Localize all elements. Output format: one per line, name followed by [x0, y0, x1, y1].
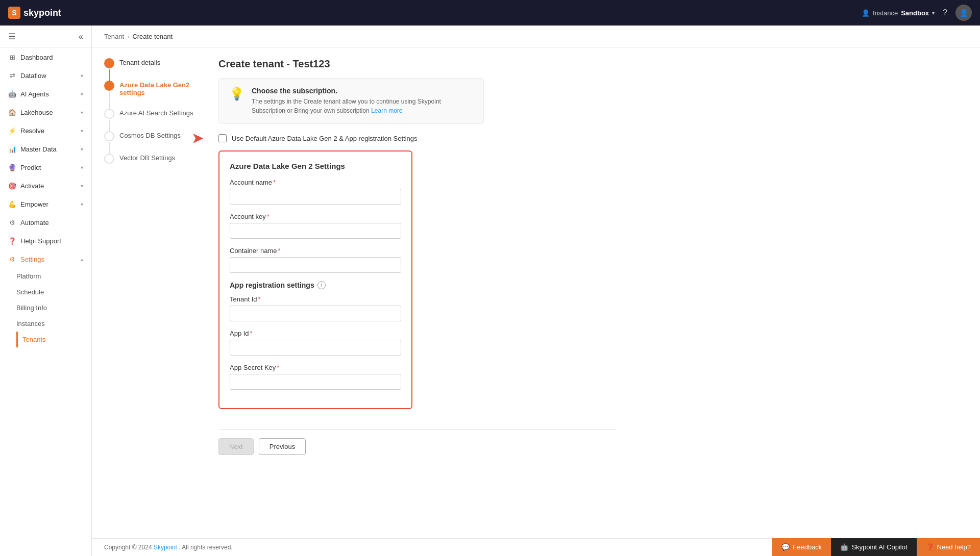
- main-container: ☰ « ⊞ Dashboard ⇄ Dataflow ▾ 🤖 AI Agents…: [0, 26, 980, 556]
- app-secret-input[interactable]: [230, 374, 401, 390]
- sidebar-item-tenants[interactable]: Tenants: [16, 332, 91, 347]
- stepper: Tenant details Azure Data Lake Gen2 sett…: [104, 58, 206, 528]
- sidebar-item-resolve[interactable]: ⚡ Resolve ▾: [0, 121, 91, 140]
- navbar: S skypoint 👤 Instance Sandbox ▾ ? 👤: [0, 0, 980, 26]
- sidebar-item-instances[interactable]: Instances: [16, 316, 91, 332]
- step-cosmos-db: Cosmos DB Settings: [104, 131, 206, 141]
- step-azure-ai-search: Azure AI Search Settings: [104, 109, 206, 119]
- container-name-group: Container name*: [230, 247, 401, 273]
- chevron-icon: ▾: [81, 91, 83, 97]
- breadcrumb-parent[interactable]: Tenant: [104, 33, 124, 40]
- account-key-label: Account key*: [230, 213, 401, 220]
- tenant-id-label: Tenant Id*: [230, 295, 401, 303]
- sidebar-item-dataflow[interactable]: ⇄ Dataflow ▾: [0, 66, 91, 85]
- account-name-group: Account name*: [230, 179, 401, 205]
- arrow-right-icon: ➤: [192, 131, 203, 146]
- sidebar-item-dashboard[interactable]: ⊞ Dashboard: [0, 48, 91, 66]
- app-reg-info-icon[interactable]: i: [317, 281, 326, 289]
- sidebar-item-label: Activate: [20, 182, 44, 190]
- user-avatar[interactable]: 👤: [955, 5, 972, 21]
- sidebar-item-label: Resolve: [20, 127, 44, 135]
- resolve-icon: ⚡: [8, 127, 16, 135]
- sidebar-item-settings[interactable]: ⚙ Settings ▴: [0, 250, 91, 268]
- account-name-label: Account name*: [230, 179, 401, 186]
- info-box-text: Choose the subscription. The settings in…: [252, 87, 473, 115]
- default-settings-checkbox[interactable]: [218, 134, 227, 142]
- next-button[interactable]: Next: [218, 438, 254, 455]
- platform-label: Platform: [16, 272, 41, 280]
- step-label-5: Vector DB Settings: [119, 154, 175, 162]
- sidebar-item-label: Master Data: [20, 145, 57, 153]
- logo-text: skypoint: [23, 8, 61, 18]
- sidebar-item-label: Settings: [20, 256, 44, 263]
- sidebar-item-label: AI Agents: [20, 90, 49, 98]
- chevron-icon: ▾: [81, 201, 83, 207]
- copilot-label: Skypoint AI Copilot: [851, 543, 907, 551]
- step-dot-1: [104, 58, 114, 68]
- info-box-heading: Choose the subscription.: [252, 87, 473, 95]
- sidebar-item-label: Dataflow: [20, 72, 46, 80]
- step-dot-2: [104, 81, 114, 91]
- info-box: 💡 Choose the subscription. The settings …: [218, 78, 484, 124]
- instance-selector[interactable]: 👤 Instance Sandbox ▾: [862, 9, 935, 17]
- sidebar-item-ai-agents[interactable]: 🤖 AI Agents ▾: [0, 85, 91, 103]
- hamburger-icon[interactable]: ☰: [8, 32, 15, 41]
- instance-chevron-icon: ▾: [932, 10, 935, 16]
- sidebar-item-predict[interactable]: 🔮 Predict ▾: [0, 158, 91, 176]
- checkbox-row: ➤ Use Default Azure Data Lake Gen 2 & Ap…: [218, 134, 617, 142]
- container-name-input[interactable]: [230, 257, 401, 273]
- logo-icon: S: [8, 7, 20, 19]
- sidebar-item-schedule[interactable]: Schedule: [16, 284, 91, 300]
- help-icon[interactable]: ?: [943, 8, 947, 17]
- dataflow-icon: ⇄: [8, 71, 16, 80]
- sidebar-controls: ☰ «: [0, 26, 91, 48]
- sidebar-item-label: Predict: [20, 164, 41, 171]
- step-dot-4: [104, 131, 114, 141]
- account-key-input[interactable]: [230, 223, 401, 239]
- ai-agents-icon: 🤖: [8, 90, 16, 98]
- sidebar-item-automate[interactable]: ⚙ Automate: [0, 213, 91, 232]
- account-key-group: Account key*: [230, 213, 401, 239]
- sidebar-item-billing-info[interactable]: Billing Info: [16, 300, 91, 316]
- content-area: Tenant › Create tenant Tenant details Az…: [92, 26, 980, 556]
- sidebar-item-lakehouse[interactable]: 🏠 Lakehouse ▾: [0, 103, 91, 121]
- collapse-icon[interactable]: «: [79, 32, 83, 41]
- empower-icon: 💪: [8, 200, 16, 208]
- sidebar-item-master-data[interactable]: 📊 Master Data ▾: [0, 140, 91, 158]
- sidebar-item-platform[interactable]: Platform: [16, 268, 91, 284]
- sidebar-item-empower[interactable]: 💪 Empower ▾: [0, 195, 91, 213]
- arrow-indicator: ➤: [192, 131, 203, 146]
- sidebar-item-label: Automate: [20, 219, 49, 226]
- account-name-input[interactable]: [230, 189, 401, 205]
- instance-name: Sandbox: [901, 9, 929, 17]
- feedback-button[interactable]: 💬 Feedback: [772, 538, 831, 556]
- step-dot-5: [104, 154, 114, 164]
- feedback-label: Feedback: [793, 543, 822, 551]
- breadcrumb-current: Create tenant: [132, 33, 173, 40]
- need-help-label: Need help?: [937, 543, 971, 551]
- sidebar-item-help-support[interactable]: ❓ Help+Support: [0, 232, 91, 250]
- breadcrumb-separator: ›: [127, 33, 129, 40]
- footer-brand-link[interactable]: Skypoint: [154, 544, 177, 551]
- app-id-input[interactable]: [230, 340, 401, 356]
- help-bar: 💬 Feedback 🤖 Skypoint AI Copilot ❓ Need …: [772, 538, 980, 556]
- step-azure-data-lake: Azure Data Lake Gen2 settings: [104, 81, 206, 96]
- azure-data-lake-settings-box: Azure Data Lake Gen 2 Settings Account n…: [218, 150, 412, 409]
- learn-more-link[interactable]: Learn more: [371, 107, 402, 114]
- tenants-label: Tenants: [22, 336, 46, 343]
- step-label-3: Azure AI Search Settings: [119, 109, 193, 117]
- instance-icon: 👤: [862, 9, 870, 17]
- chevron-icon: ▾: [81, 165, 83, 170]
- navbar-left: S skypoint: [8, 7, 61, 19]
- previous-button[interactable]: Previous: [259, 438, 306, 455]
- activate-icon: 🎯: [8, 182, 16, 190]
- checkbox-label[interactable]: Use Default Azure Data Lake Gen 2 & App …: [232, 135, 418, 142]
- copilot-icon: 🤖: [840, 543, 848, 551]
- user-icon: 👤: [960, 9, 968, 17]
- chevron-icon: ▾: [81, 110, 83, 115]
- sidebar-item-activate[interactable]: 🎯 Activate ▾: [0, 176, 91, 195]
- need-help-button[interactable]: ❓ Need help?: [917, 538, 981, 556]
- tenant-id-input[interactable]: [230, 306, 401, 321]
- copilot-button[interactable]: 🤖 Skypoint AI Copilot: [831, 538, 916, 556]
- info-box-body: The settings in the Create tenant allow …: [252, 97, 473, 115]
